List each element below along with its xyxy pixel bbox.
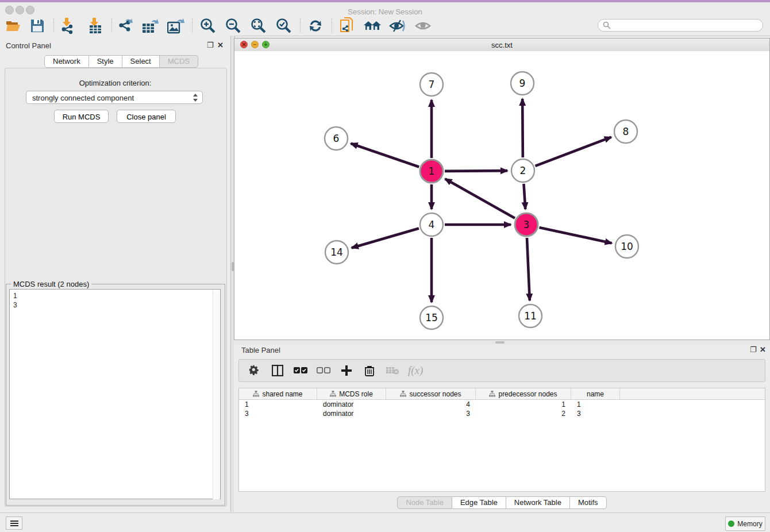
column-header-label: name [587,390,604,398]
new-network-from-selection-icon[interactable] [338,18,356,34]
table-header-row: shared nameMCDS rolesuccessor nodesprede… [239,388,765,400]
function-builder-icon[interactable]: f(x) [408,363,423,378]
memory-status-icon [728,521,734,527]
tab-network-table[interactable]: Network Table [506,496,570,509]
table-cell: dominator [317,409,386,418]
table-cell: 1 [239,400,317,409]
column-type-icon [330,391,336,397]
toolbar-separator [332,18,332,33]
mcds-result-list[interactable]: 1 3 [9,289,221,499]
graph-node-label: 1 [429,165,435,177]
open-session-icon[interactable] [4,18,22,34]
graph-node-label: 8 [623,126,629,137]
main-toolbar [0,16,770,36]
tab-network[interactable]: Network [44,55,89,68]
column-header-label: successor nodes [409,390,461,398]
tab-select[interactable]: Select [122,55,160,68]
deselect-all-icon[interactable] [316,363,331,378]
network-canvas[interactable]: 7968124314101511 [234,51,769,340]
close-panel-icon[interactable]: ✕ [217,41,224,49]
export-table-icon[interactable] [141,18,160,34]
mcds-result-title: MCDS result (2 nodes) [11,280,91,288]
show-all-icon[interactable] [414,18,432,34]
graph-node-label: 3 [523,219,530,230]
control-panel: Control Panel ❐ ✕ Network Style Select M… [0,36,230,512]
zoom-selected-icon[interactable] [275,18,293,34]
graph-edge-2-8[interactable] [536,137,611,166]
graph-node-label: 11 [524,310,537,322]
close-panel-button[interactable]: Close panel [117,110,176,123]
memory-label: Memory [737,520,762,528]
tab-node-table[interactable]: Node Table [397,496,452,509]
table-cell: 3 [571,409,620,418]
zoom-in-icon[interactable] [199,18,217,34]
add-column-icon[interactable] [339,363,354,378]
close-panel-icon[interactable]: ✕ [760,345,766,354]
mcds-result-group: MCDS result (2 nodes) 1 3 [6,284,225,506]
graph-edge-3-1[interactable] [445,179,515,218]
export-network-icon[interactable] [116,18,134,34]
import-network-icon[interactable] [59,18,77,34]
result-scrollbar[interactable] [213,290,220,499]
table-cell: 1 [476,400,571,409]
graph-edge-1-2[interactable] [445,171,507,171]
graph-node-label: 14 [330,246,343,258]
zoom-fit-icon[interactable] [249,18,268,34]
table-settings-icon[interactable] [247,363,262,378]
tab-mcds[interactable]: MCDS [160,55,198,68]
graph-edge-2-9[interactable] [522,99,523,157]
graph-node-label: 10 [621,241,633,252]
graph-edge-1-6[interactable] [351,144,419,167]
tab-motifs[interactable]: Motifs [570,496,607,509]
optimization-criterion-select[interactable]: strongly connected component [26,91,203,104]
memory-button[interactable]: Memory [725,516,765,531]
search-input[interactable] [598,19,763,32]
table-cell: 3 [239,409,317,418]
table-body: 1dominator4113dominator323 [239,400,765,418]
tab-style[interactable]: Style [89,55,122,68]
float-panel-icon[interactable]: ❐ [750,345,757,354]
graph-node-label: 2 [520,165,526,176]
table-panel-title: Table Panel [241,346,280,354]
table-row[interactable]: 3dominator323 [239,409,765,418]
column-browser-icon[interactable] [270,363,285,378]
task-history-button[interactable] [6,516,22,530]
graph-edge-2-3[interactable] [523,184,525,209]
graph-node-label: 6 [333,133,340,144]
table-cell: 4 [386,400,476,409]
float-panel-icon[interactable]: ❐ [207,41,214,49]
refresh-icon[interactable] [306,18,325,34]
delete-column-icon[interactable] [362,363,377,378]
zoom-out-icon[interactable] [224,18,242,34]
network-window-title: scc.txt [234,41,769,49]
column-header-label: MCDS role [339,390,373,398]
network-window-titlebar[interactable]: ✕ − + scc.txt [234,38,769,52]
column-header-MCDS-role[interactable]: MCDS role [317,388,386,399]
table-row[interactable]: 1dominator411 [239,400,765,409]
delete-table-icon[interactable] [385,363,400,378]
app-titlebar: Session: New Session [0,2,770,17]
column-header-predecessor-nodes[interactable]: predecessor nodes [476,388,571,399]
first-neighbors-icon[interactable] [363,18,382,34]
horizontal-splitter[interactable] [234,340,770,344]
graph-edge-4-14[interactable] [352,228,419,248]
toolbar-separator [111,18,112,33]
tab-edge-table[interactable]: Edge Table [452,496,506,509]
graph-node-label: 9 [519,78,526,89]
graph-edge-3-10[interactable] [539,228,611,243]
splitter-grip[interactable] [495,341,505,344]
run-mcds-button[interactable]: Run MCDS [54,110,109,123]
save-session-icon[interactable] [28,18,47,34]
column-header-name[interactable]: name [571,388,620,399]
export-image-icon[interactable] [167,18,185,34]
network-view-window: ✕ − + scc.txt 7968124314101511 [234,38,770,340]
column-header-shared-name[interactable]: shared name [239,388,317,399]
column-header-successor-nodes[interactable]: successor nodes [386,388,476,399]
graph-edge-3-11[interactable] [527,238,530,300]
select-all-icon[interactable] [293,363,308,378]
column-type-icon [489,391,495,397]
node-table[interactable]: shared nameMCDS rolesuccessor nodesprede… [238,388,765,492]
hide-selected-icon[interactable] [388,18,407,34]
import-table-icon[interactable] [86,18,105,34]
status-bar: Memory [0,512,770,532]
